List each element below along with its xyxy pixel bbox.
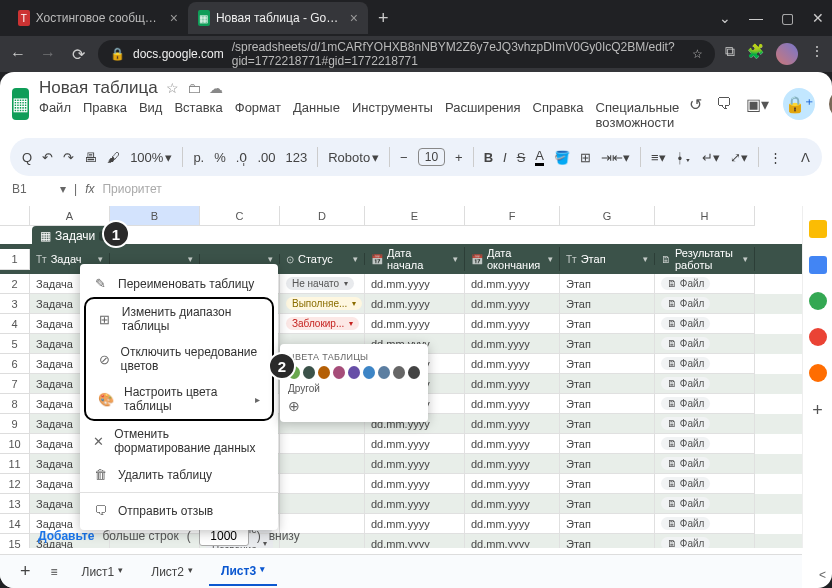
- cell[interactable]: 🗎 Файл: [655, 374, 755, 394]
- extensions-icon[interactable]: ⧉: [725, 43, 735, 65]
- row-number[interactable]: 11: [0, 454, 30, 474]
- reload-icon[interactable]: ⟳: [68, 45, 88, 64]
- font-size-minus[interactable]: −: [400, 150, 408, 165]
- row-number[interactable]: 15: [0, 534, 30, 548]
- cell[interactable]: 🗎 Файл: [655, 314, 755, 334]
- format-123-button[interactable]: 123: [285, 150, 307, 165]
- cell[interactable]: dd.mm.yyyy: [465, 514, 560, 534]
- cell[interactable]: dd.mm.yyyy: [465, 334, 560, 354]
- minimize-icon[interactable]: —: [749, 10, 763, 26]
- chevron-down-icon[interactable]: ⌄: [719, 10, 731, 26]
- close-icon[interactable]: ×: [350, 10, 358, 26]
- cell[interactable]: [280, 474, 365, 494]
- file-chip[interactable]: 🗎 Файл: [661, 517, 710, 530]
- cell[interactable]: 🗎 Файл: [655, 334, 755, 354]
- cell[interactable]: Этап: [560, 414, 655, 434]
- cell[interactable]: 🗎 Файл: [655, 434, 755, 454]
- currency-button[interactable]: р.: [193, 150, 204, 165]
- cell[interactable]: dd.mm.yyyy: [465, 394, 560, 414]
- cell[interactable]: dd.mm.yyyy: [365, 474, 465, 494]
- row-number[interactable]: 14: [0, 514, 30, 534]
- cell[interactable]: Этап: [560, 514, 655, 534]
- custom-color-icon[interactable]: ⊕: [288, 398, 420, 414]
- menu-view[interactable]: Вид: [139, 100, 163, 130]
- chevron-down-icon[interactable]: ▾: [260, 564, 265, 578]
- menu-send-feedback[interactable]: 🗨Отправить отзыв: [80, 497, 278, 524]
- text-color-button[interactable]: A: [535, 148, 544, 166]
- cell[interactable]: dd.mm.yyyy: [465, 354, 560, 374]
- cell[interactable]: dd.mm.yyyy: [465, 534, 560, 548]
- cell[interactable]: Этап: [560, 314, 655, 334]
- cell[interactable]: 🗎 Файл: [655, 534, 755, 548]
- font-select[interactable]: Roboto ▾: [328, 150, 379, 165]
- url-input[interactable]: 🔒 docs.google.com /spreadsheets/d/1mCARf…: [98, 40, 715, 68]
- row-number[interactable]: 6: [0, 354, 30, 374]
- cell[interactable]: 🗎 Файл: [655, 494, 755, 514]
- redo-icon[interactable]: ↷: [63, 150, 74, 165]
- borders-icon[interactable]: ⊞: [580, 150, 591, 165]
- table-header[interactable]: 📅Дата окончания▾: [465, 247, 560, 271]
- row-number[interactable]: 7: [0, 374, 30, 394]
- menu-adjust-range[interactable]: ⊞Изменить диапазон таблицы: [86, 299, 272, 339]
- cell[interactable]: Этап: [560, 454, 655, 474]
- forward-icon[interactable]: →: [38, 45, 58, 63]
- cell[interactable]: 🗎 Файл: [655, 414, 755, 434]
- cell[interactable]: Этап: [560, 374, 655, 394]
- row-number[interactable]: 12: [0, 474, 30, 494]
- other-color-option[interactable]: Другой: [288, 383, 420, 394]
- add-addon-icon[interactable]: +: [812, 400, 823, 421]
- maps-icon[interactable]: [809, 364, 827, 382]
- extensions-icon[interactable]: 🧩: [747, 43, 764, 65]
- cell[interactable]: dd.mm.yyyy: [465, 274, 560, 294]
- select-all-corner[interactable]: [0, 206, 30, 226]
- col-header[interactable]: D: [280, 206, 365, 226]
- more-icon[interactable]: ⋮: [769, 150, 782, 165]
- cell[interactable]: dd.mm.yyyy: [465, 494, 560, 514]
- cell[interactable]: [280, 434, 365, 454]
- browser-tab[interactable]: ▦ Новая таблица - Google Таб... ×: [188, 2, 368, 34]
- file-chip[interactable]: 🗎 Файл: [661, 357, 710, 370]
- undo-icon[interactable]: ↶: [42, 150, 53, 165]
- color-swatch[interactable]: [408, 366, 420, 379]
- col-header[interactable]: H: [655, 206, 755, 226]
- table-header[interactable]: 🗎Результаты работы▾: [655, 247, 755, 271]
- wrap-icon[interactable]: ↵▾: [702, 150, 720, 165]
- cell[interactable]: 🗎 Файл: [655, 394, 755, 414]
- color-swatch[interactable]: [333, 366, 345, 379]
- menu-icon[interactable]: ⋮: [810, 43, 824, 65]
- cell[interactable]: Этап: [560, 494, 655, 514]
- bold-button[interactable]: B: [484, 150, 493, 165]
- file-chip[interactable]: 🗎 Файл: [661, 537, 710, 548]
- fill-color-icon[interactable]: 🪣: [554, 150, 570, 165]
- cell[interactable]: Не начато: [280, 274, 365, 294]
- menu-edit[interactable]: Правка: [83, 100, 127, 130]
- cell[interactable]: Этап: [560, 354, 655, 374]
- show-side-panel-icon[interactable]: <: [819, 568, 826, 582]
- status-chip[interactable]: Заблокир...: [286, 317, 359, 330]
- row-number[interactable]: 13: [0, 494, 30, 514]
- file-chip[interactable]: 🗎 Файл: [661, 317, 710, 330]
- document-title[interactable]: Новая таблица: [39, 78, 158, 98]
- sheets-logo-icon[interactable]: ▦: [12, 88, 29, 120]
- name-box[interactable]: B1: [12, 182, 52, 196]
- row-number[interactable]: 8: [0, 394, 30, 414]
- cell[interactable]: dd.mm.yyyy: [465, 474, 560, 494]
- sheet-tab[interactable]: Лист1▾: [70, 559, 136, 585]
- file-chip[interactable]: 🗎 Файл: [661, 417, 710, 430]
- star-icon[interactable]: ☆: [692, 47, 703, 61]
- status-chip[interactable]: Не начато: [286, 277, 354, 290]
- cell[interactable]: dd.mm.yyyy: [365, 274, 465, 294]
- font-size-plus[interactable]: +: [455, 150, 463, 165]
- decrease-decimal-icon[interactable]: .0̩: [236, 150, 248, 165]
- cell[interactable]: [280, 494, 365, 514]
- cell[interactable]: dd.mm.yyyy: [365, 294, 465, 314]
- merge-icon[interactable]: ⇥⇤▾: [601, 150, 630, 165]
- strike-button[interactable]: S: [517, 150, 526, 165]
- cell[interactable]: Этап: [560, 334, 655, 354]
- maximize-icon[interactable]: ▢: [781, 10, 794, 26]
- cell[interactable]: Заблокир...: [280, 314, 365, 334]
- cell[interactable]: 🗎 Файл: [655, 354, 755, 374]
- sheet-tab[interactable]: Лист2▾: [139, 559, 205, 585]
- italic-button[interactable]: I: [503, 150, 507, 165]
- star-icon[interactable]: ☆: [166, 80, 179, 96]
